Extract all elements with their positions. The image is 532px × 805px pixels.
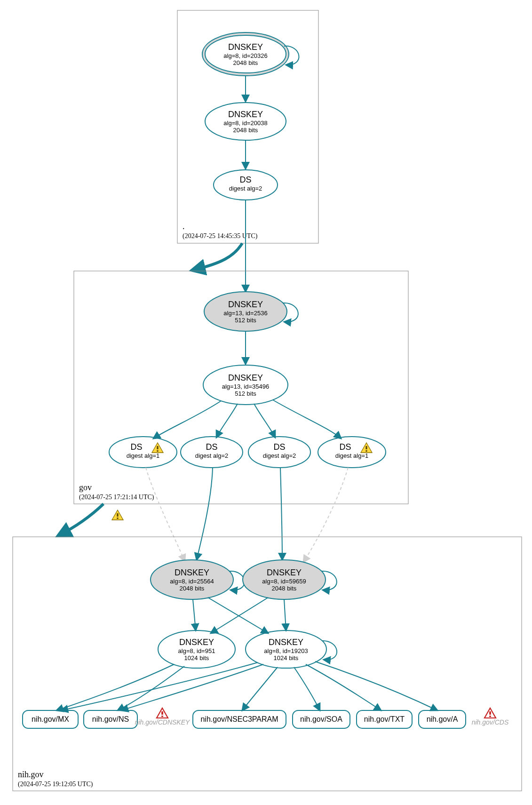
node-gov-ds1: DS digest alg=1 — [109, 437, 177, 468]
svg-text:DNSKEY: DNSKEY — [228, 373, 263, 383]
edge-ds4-nihksk2 — [303, 468, 348, 562]
svg-text:digest alg=1: digest alg=1 — [335, 452, 368, 459]
svg-text:DNSKEY: DNSKEY — [228, 300, 263, 309]
svg-text:DS: DS — [273, 442, 285, 452]
svg-text:alg=8, id=25564: alg=8, id=25564 — [170, 578, 214, 585]
edge-ds1-nihksk1 — [146, 468, 185, 561]
svg-text:2048 bits: 2048 bits — [180, 585, 205, 592]
zone-nih-ts: (2024-07-25 19:12:05 UTC) — [18, 781, 93, 788]
svg-text:DNSKEY: DNSKEY — [179, 638, 214, 647]
node-nih-zsk1: DNSKEY alg=8, id=951 1024 bits — [158, 630, 235, 668]
node-gov-zsk: DNSKEY alg=13, id=35496 512 bits — [203, 365, 288, 405]
error-icon — [157, 708, 168, 718]
svg-text:alg=13, id=35496: alg=13, id=35496 — [222, 383, 269, 390]
edge-ds2-nihksk1 — [197, 468, 213, 560]
rrset-cds-error: nih.gov/CDS — [472, 708, 509, 726]
error-icon — [484, 708, 496, 718]
svg-text:digest alg=2: digest alg=2 — [263, 452, 296, 459]
svg-text:DS: DS — [130, 442, 142, 452]
rrset-txt: nih.gov/TXT — [357, 710, 412, 728]
svg-text:DNSKEY: DNSKEY — [267, 568, 302, 577]
node-gov-ksk: DNSKEY alg=13, id=2536 512 bits — [204, 292, 298, 331]
svg-text:2048 bits: 2048 bits — [233, 59, 258, 66]
edge-ds3-nihksk2 — [280, 468, 282, 560]
node-gov-ds3: DS digest alg=2 — [248, 437, 310, 468]
node-nih-ksk2: DNSKEY alg=8, id=59659 2048 bits — [243, 560, 337, 599]
svg-text:nih.gov/CDS: nih.gov/CDS — [472, 718, 509, 726]
svg-text:DNSKEY: DNSKEY — [228, 110, 263, 119]
dnssec-graph: . (2024-07-25 14:45:35 UTC) DNSKEY alg=8… — [0, 0, 532, 805]
svg-text:alg=13, id=2536: alg=13, id=2536 — [223, 310, 267, 317]
svg-text:DNSKEY: DNSKEY — [228, 42, 263, 52]
svg-text:1024 bits: 1024 bits — [184, 654, 209, 662]
zone-root-name: . — [183, 222, 185, 231]
zone-gov: gov (2024-07-25 17:21:14 UTC) DNSKEY alg… — [74, 271, 408, 504]
node-root-ds: DS digest alg=2 — [214, 170, 278, 200]
svg-text:512 bits: 512 bits — [235, 317, 256, 324]
svg-text:2048 bits: 2048 bits — [272, 585, 297, 592]
zone-gov-ts: (2024-07-25 17:21:14 UTC) — [79, 494, 154, 501]
svg-text:digest alg=2: digest alg=2 — [229, 185, 262, 192]
node-gov-ds4: DS digest alg=1 — [318, 437, 386, 468]
svg-text:DNSKEY: DNSKEY — [175, 568, 209, 577]
svg-text:nih.gov/NSEC3PARAM: nih.gov/NSEC3PARAM — [200, 715, 278, 723]
svg-text:nih.gov/A: nih.gov/A — [427, 715, 458, 723]
node-nih-ksk1: DNSKEY alg=8, id=25564 2048 bits — [151, 560, 245, 599]
svg-text:nih.gov/CDNSKEY: nih.gov/CDNSKEY — [135, 718, 191, 726]
svg-text:alg=8, id=951: alg=8, id=951 — [178, 647, 215, 654]
svg-text:DNSKEY: DNSKEY — [269, 638, 303, 647]
svg-text:alg=8, id=20038: alg=8, id=20038 — [223, 120, 267, 127]
svg-text:alg=8, id=20326: alg=8, id=20326 — [223, 52, 267, 59]
rrset-soa: nih.gov/SOA — [293, 710, 350, 728]
warning-icon — [112, 510, 123, 520]
svg-text:nih.gov/TXT: nih.gov/TXT — [364, 715, 405, 723]
rrset-a: nih.gov/A — [419, 710, 466, 728]
node-root-ksk: DNSKEY alg=8, id=20326 2048 bits — [202, 32, 299, 76]
svg-text:digest alg=2: digest alg=2 — [195, 452, 228, 459]
svg-text:nih.gov/MX: nih.gov/MX — [32, 715, 69, 723]
svg-text:DS: DS — [239, 175, 251, 184]
svg-text:DS: DS — [339, 442, 351, 452]
delegation-gov-nih — [59, 504, 103, 535]
zone-nih: nih.gov (2024-07-25 19:12:05 UTC) DNSKEY… — [13, 537, 522, 791]
delegation-root-gov — [193, 243, 242, 270]
node-root-zsk: DNSKEY alg=8, id=20038 2048 bits — [205, 103, 286, 140]
rrset-mx: nih.gov/MX — [23, 710, 78, 728]
svg-text:1024 bits: 1024 bits — [274, 654, 299, 662]
node-nih-zsk2: DNSKEY alg=8, id=19203 1024 bits — [246, 630, 337, 668]
rrset-nsec3param: nih.gov/NSEC3PARAM — [193, 710, 286, 728]
rrset-cdnskey-error: nih.gov/CDNSKEY — [135, 708, 191, 726]
svg-text:alg=8, id=19203: alg=8, id=19203 — [264, 647, 308, 654]
svg-text:DS: DS — [206, 442, 217, 452]
zone-gov-name: gov — [79, 483, 92, 492]
node-gov-ds2: DS digest alg=2 — [181, 437, 243, 468]
svg-text:512 bits: 512 bits — [235, 390, 256, 397]
svg-text:nih.gov/SOA: nih.gov/SOA — [300, 715, 342, 723]
zone-nih-name: nih.gov — [18, 770, 44, 779]
svg-text:alg=8, id=59659: alg=8, id=59659 — [262, 578, 306, 585]
svg-text:digest alg=1: digest alg=1 — [127, 452, 159, 459]
zone-root: . (2024-07-25 14:45:35 UTC) DNSKEY alg=8… — [177, 10, 318, 243]
rrset-ns: nih.gov/NS — [84, 710, 137, 728]
svg-text:nih.gov/NS: nih.gov/NS — [92, 715, 129, 723]
svg-text:2048 bits: 2048 bits — [233, 127, 258, 134]
zone-root-ts: (2024-07-25 14:45:35 UTC) — [183, 232, 258, 240]
